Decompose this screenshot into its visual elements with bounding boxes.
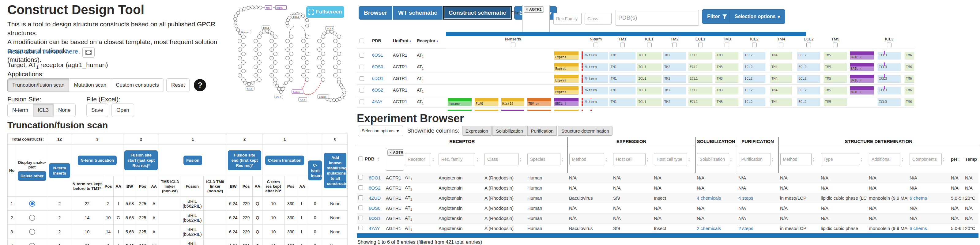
- rec-family-input[interactable]: [554, 13, 582, 24]
- segment-block[interactable]: ICL2: [743, 98, 765, 106]
- filter-sd-additional[interactable]: [869, 153, 900, 165]
- construct-tag-block[interactable]: [475, 110, 498, 111]
- remove-tag-icon[interactable]: [390, 150, 392, 155]
- fusion-site-start-button[interactable]: Fusion site start (last kept Rec res)*: [124, 150, 158, 170]
- segment-block[interactable]: TM3: [715, 52, 738, 59]
- construct-tag-block[interactable]: Expres: [554, 86, 579, 94]
- segment-block[interactable]: N-term: [584, 98, 608, 106]
- display-snakeplot-radio[interactable]: [29, 215, 35, 221]
- custom-constructs-button[interactable]: Custom constructs: [111, 78, 164, 92]
- data-cell[interactable]: 2 chemicals: [695, 223, 737, 233]
- pdb-cell[interactable]: 6OS0: [367, 203, 384, 213]
- row-checkbox[interactable]: [360, 53, 364, 57]
- segment-block[interactable]: TM3: [715, 87, 738, 94]
- sort-icon[interactable]: [978, 157, 978, 162]
- sort-icon[interactable]: [861, 157, 862, 162]
- segment-block[interactable]: ICL2: [743, 52, 765, 59]
- filter-expression-method[interactable]: [569, 153, 605, 165]
- sort-icon[interactable]: [605, 157, 607, 162]
- segment-block[interactable]: ICL2: [743, 75, 765, 83]
- segment-checkbox[interactable]: [647, 43, 652, 47]
- pdb-link[interactable]: 4YAY: [372, 99, 382, 104]
- segment-block[interactable]: TM5: [824, 52, 847, 59]
- row-checkbox[interactable]: [358, 205, 363, 210]
- construct-tag-block[interactable]: His(10: [501, 98, 524, 106]
- segment-block[interactable]: ICL1: [637, 52, 662, 59]
- reset-button[interactable]: Reset: [166, 78, 189, 92]
- construct-tag-block[interactable]: BRIL (: [850, 75, 874, 83]
- segment-block[interactable]: TM1: [609, 52, 635, 59]
- sort-icon[interactable]: [958, 157, 960, 162]
- row-checkbox[interactable]: [358, 175, 363, 180]
- uniprot-filter-box[interactable]: AGTR1: [386, 148, 403, 170]
- c-term-truncation-button[interactable]: C-term truncation: [265, 156, 304, 165]
- pdb-cell[interactable]: 6DO1: [367, 173, 384, 183]
- segment-block[interactable]: N-term: [584, 75, 608, 83]
- filter-sd-method[interactable]: [780, 153, 812, 165]
- segment-block[interactable]: TM6: [905, 52, 914, 59]
- truncation-fusion-scan-button[interactable]: Truncation/fusion scan: [7, 78, 69, 92]
- filter-button[interactable]: Filter: [702, 9, 732, 24]
- experiment-selection-options[interactable]: Selection options: [358, 126, 403, 136]
- segment-block[interactable]: ECL2: [797, 75, 820, 83]
- segment-block[interactable]: TM6: [905, 87, 914, 94]
- filter-sd-components[interactable]: [910, 153, 942, 165]
- construct-tag-block[interactable]: Expres: [554, 75, 579, 83]
- toggle-structure-determination[interactable]: Structure determination: [558, 126, 612, 136]
- col-pdb[interactable]: PDB: [372, 38, 381, 43]
- segment-block[interactable]: TM1: [609, 87, 635, 94]
- segment-block[interactable]: ECL1: [689, 98, 712, 106]
- data-cell[interactable]: 6 chems: [908, 223, 950, 233]
- sort-icon[interactable]: [378, 156, 379, 161]
- row-checkbox[interactable]: [360, 100, 364, 104]
- display-snakeplot-radio[interactable]: [29, 229, 35, 235]
- toggle-solubilization[interactable]: Solubilization: [492, 126, 526, 136]
- segment-block[interactable]: TM1: [609, 98, 635, 106]
- filter-sd-type[interactable]: [821, 153, 859, 165]
- segment-block[interactable]: TM3: [715, 75, 738, 83]
- fusion-site-nterm-button[interactable]: N-term: [7, 103, 33, 117]
- display-snakeplot-radio[interactable]: [29, 243, 35, 245]
- segment-block[interactable]: ECL2: [797, 64, 820, 71]
- segment-checkbox[interactable]: [698, 43, 703, 47]
- segment-block[interactable]: ICL3: [878, 64, 901, 71]
- segment-block[interactable]: TM4: [770, 52, 792, 59]
- construct-tag-block[interactable]: BRIL (: [850, 86, 874, 94]
- sort-icon[interactable]: [433, 157, 434, 162]
- c-term-inserts-button[interactable]: C-term Inserts: [308, 161, 322, 180]
- toggle-purification[interactable]: Purification: [527, 126, 557, 136]
- row-checkbox[interactable]: [358, 226, 363, 230]
- segment-block[interactable]: TM2: [663, 98, 686, 106]
- filter-host-cell-type[interactable]: [654, 153, 687, 165]
- construct-tag-block[interactable]: FLAG: [475, 98, 498, 106]
- segment-block[interactable]: TM2: [663, 64, 686, 71]
- sort-icon[interactable]: [477, 157, 478, 162]
- segment-block[interactable]: ECL2: [797, 87, 820, 94]
- segment-block[interactable]: N-term: [584, 52, 608, 59]
- segment-block[interactable]: TM1: [609, 64, 635, 71]
- row-checkbox[interactable]: [358, 216, 363, 220]
- segment-block[interactable]: N-term: [584, 87, 608, 94]
- segment-checkbox[interactable]: [752, 43, 757, 47]
- col-receptor[interactable]: Receptor: [417, 38, 438, 43]
- sort-icon[interactable]: [689, 157, 690, 162]
- pdb-cell[interactable]: 4YAY: [367, 223, 384, 233]
- pdb-link[interactable]: 6DO1: [372, 76, 383, 81]
- help-icon[interactable]: ?: [194, 79, 206, 91]
- filter-species[interactable]: [527, 153, 560, 165]
- segment-block[interactable]: TM2: [663, 87, 686, 94]
- sort-icon[interactable]: [902, 157, 903, 162]
- construct-tag-block[interactable]: BRIL (: [850, 51, 874, 59]
- sort-icon[interactable]: [943, 157, 945, 162]
- segment-checkbox[interactable]: [807, 43, 811, 47]
- filter-host-cell[interactable]: [613, 153, 646, 165]
- segment-block[interactable]: TM3: [715, 64, 738, 71]
- segment-checkbox[interactable]: [779, 43, 783, 47]
- construct-tag-block[interactable]: [527, 110, 551, 111]
- tab-browser[interactable]: Browser: [359, 6, 392, 20]
- construct-tag-block[interactable]: hemagg: [448, 98, 472, 106]
- data-cell[interactable]: 4 steps: [737, 193, 778, 203]
- row-checkbox[interactable]: [358, 185, 363, 190]
- col-uniprot[interactable]: UniProt: [393, 38, 411, 43]
- segment-block[interactable]: ECL2: [797, 98, 820, 106]
